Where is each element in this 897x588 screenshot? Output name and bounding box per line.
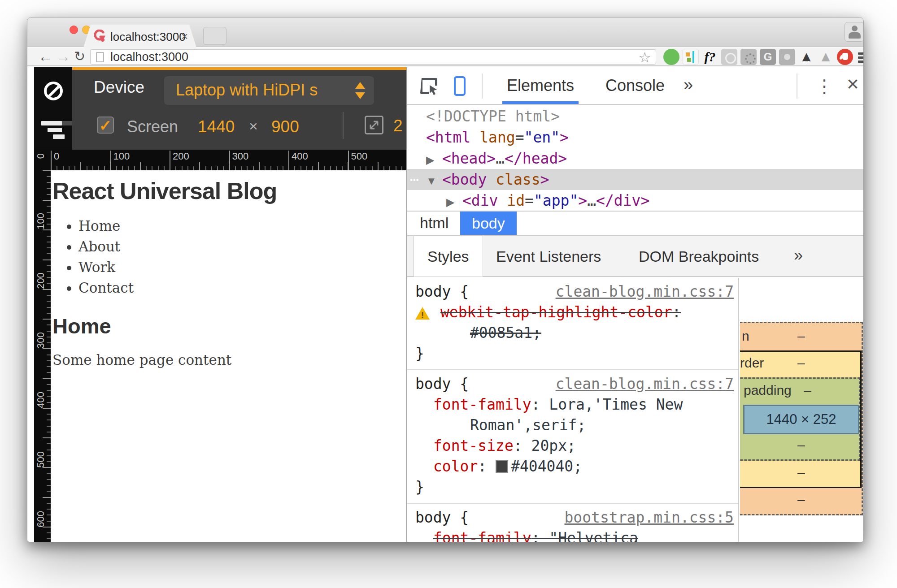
- profile-button[interactable]: [845, 22, 864, 42]
- dom-node[interactable]: ▶<div id="app">…</div>: [407, 190, 863, 211]
- css-declaration-line: font-family: Lora,'Times New: [407, 394, 738, 415]
- nav-link-contact[interactable]: Contact: [78, 280, 402, 296]
- g-extension-icon-glyph: G: [760, 49, 776, 65]
- dom-node[interactable]: ▶<head>…</head>: [407, 148, 863, 169]
- stylesheet-link[interactable]: clean-blog.min.css:7: [556, 281, 734, 302]
- horizontal-ruler: 0100200300400500: [34, 150, 406, 170]
- gear-extension-icon[interactable]: [740, 49, 757, 65]
- person-icon: [852, 26, 858, 31]
- rule-close-line: }: [407, 343, 738, 364]
- nav-link-work[interactable]: Work: [78, 259, 402, 275]
- css-token: #0085a1;: [470, 324, 541, 342]
- nav-link-home[interactable]: Home: [78, 218, 402, 234]
- selected-node-dots: ⋯: [410, 169, 418, 190]
- padding-bottom-value[interactable]: –: [797, 437, 805, 453]
- tab-console[interactable]: Console: [601, 67, 669, 104]
- whatfont-extension-icon[interactable]: f?: [702, 49, 718, 65]
- screen-height-field[interactable]: 900: [271, 117, 299, 136]
- reload-button[interactable]: ↻: [74, 48, 85, 64]
- extensions-row: f?G▲axe▲: [663, 49, 861, 65]
- menu-icon[interactable]: [856, 49, 864, 65]
- diagonal-resize-icon: [366, 117, 382, 133]
- axe-extension-icon-text: axe: [798, 60, 814, 64]
- css-rule: body {clean-blog.min.css:7font-family: L…: [407, 370, 738, 504]
- more-tabs-chevron[interactable]: »: [794, 236, 803, 275]
- dom-token: "app": [534, 192, 578, 209]
- bookmark-star-icon[interactable]: ☆: [638, 49, 651, 66]
- border-top-value[interactable]: –: [797, 355, 805, 371]
- close-window-button[interactable]: [70, 26, 78, 34]
- css-token: font-family: [433, 529, 531, 542]
- throttle-icon-bar: [53, 134, 65, 139]
- back-button[interactable]: ←: [38, 48, 52, 65]
- padding-top-value[interactable]: –: [804, 383, 811, 398]
- nav-link-about[interactable]: About: [78, 238, 402, 255]
- page-icon: [96, 52, 104, 62]
- device-pixel-ratio[interactable]: 2: [393, 117, 403, 135]
- axe-extension-icon[interactable]: ▲axe: [798, 49, 814, 65]
- block-icon[interactable]: [44, 82, 63, 100]
- screen-times: ×: [249, 117, 258, 135]
- dom-node[interactable]: <html lang="en">: [407, 127, 863, 148]
- devtools-close-icon[interactable]: ×: [847, 72, 859, 96]
- styles-area: body {clean-blog.min.css:7!webkit-tap-hi…: [407, 278, 863, 542]
- balloon-extension-icon[interactable]: [663, 49, 679, 65]
- device-toolbar: Device Laptop with HiDPI s ✓ Screen 1440…: [72, 67, 406, 150]
- breadcrumb: html body: [407, 211, 863, 235]
- device-select[interactable]: Laptop with HiDPI s: [164, 76, 374, 105]
- dom-token: >: [578, 192, 587, 209]
- dom-token: </head>: [505, 150, 567, 167]
- tab-styles[interactable]: Styles: [414, 236, 483, 277]
- screen-checkbox[interactable]: ✓: [97, 117, 114, 134]
- react-devtools-extension-icon[interactable]: [721, 49, 737, 65]
- tab-event-listeners[interactable]: Event Listeners: [486, 236, 611, 277]
- browser-tab[interactable]: localhost:3000 ×: [83, 25, 196, 48]
- screen-width-field[interactable]: 1440: [198, 117, 235, 136]
- url-text: localhost:3000: [110, 50, 188, 64]
- more-tabs-chevron[interactable]: »: [684, 67, 693, 104]
- v-ruler-label: 200: [35, 272, 47, 289]
- box-model-content[interactable]: 1440 × 252: [743, 405, 859, 434]
- fit-to-window-button[interactable]: [365, 116, 383, 134]
- expand-arrow-icon[interactable]: ▶: [446, 191, 462, 212]
- stylesheet-link[interactable]: clean-blog.min.css:7: [556, 374, 734, 394]
- h-ruler-label: 200: [170, 151, 189, 169]
- dom-token: lang: [479, 129, 515, 146]
- forward-button[interactable]: →: [56, 48, 70, 65]
- new-tab-button[interactable]: [203, 27, 226, 45]
- dom-node[interactable]: ⋯▼<body class>: [407, 169, 863, 190]
- color-swatch[interactable]: [496, 460, 508, 473]
- device-toolbar-toggle-icon[interactable]: [454, 76, 466, 96]
- margin-top-value[interactable]: –: [797, 329, 805, 344]
- margin-bottom-value[interactable]: –: [797, 492, 805, 507]
- tab-elements[interactable]: Elements: [502, 67, 579, 104]
- dom-token: =: [515, 129, 524, 146]
- adblock-extension-icon[interactable]: [837, 49, 853, 65]
- page-ruler-extension-icon[interactable]: [683, 49, 699, 65]
- g-extension-icon[interactable]: G: [760, 49, 776, 65]
- devtools-menu-icon[interactable]: ⋮: [815, 74, 833, 98]
- box-model-pane: 1440 × 252 n – rder – padding – – – –: [740, 278, 863, 542]
- url-input[interactable]: localhost:3000 ☆: [90, 49, 656, 65]
- breadcrumb-body-selected[interactable]: body: [460, 212, 517, 235]
- throttle-icon[interactable]: [41, 121, 62, 125]
- rule-selector: body {: [415, 283, 469, 300]
- devtools-panel: Elements Console » ⋮ × <!DOCTYPE html><h…: [406, 67, 863, 542]
- dom-node[interactable]: <!DOCTYPE html>: [407, 106, 863, 127]
- css-token: : Lora,'Times New: [531, 396, 683, 413]
- css-declaration-line: Roman',serif;: [407, 415, 738, 436]
- screen-label: Screen: [127, 117, 178, 136]
- tab-dom-breakpoints[interactable]: DOM Breakpoints: [629, 236, 769, 277]
- css-rules-pane: body {clean-blog.min.css:7!webkit-tap-hi…: [407, 278, 739, 542]
- drive-extension-icon[interactable]: ▲: [818, 49, 834, 65]
- breadcrumb-html[interactable]: html: [420, 214, 448, 232]
- tab-close-icon[interactable]: ×: [181, 30, 188, 43]
- inspect-element-icon[interactable]: [418, 75, 440, 97]
- stylesheet-link[interactable]: bootstrap.min.css:5: [565, 507, 734, 528]
- expand-arrow-icon[interactable]: ▶: [426, 149, 442, 170]
- collapse-arrow-icon[interactable]: ▼: [426, 170, 442, 191]
- tab-favicon-icon: [94, 30, 107, 42]
- camera-extension-icon[interactable]: [779, 49, 795, 65]
- border-bottom-value[interactable]: –: [797, 465, 805, 480]
- h-ruler-label: 500: [348, 151, 368, 169]
